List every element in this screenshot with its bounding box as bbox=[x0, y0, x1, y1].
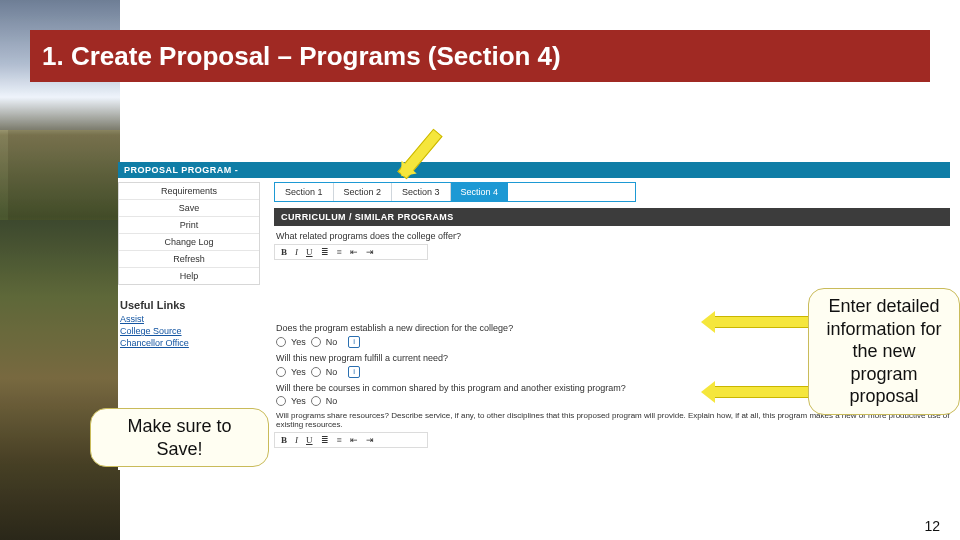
list-ordered-icon[interactable]: ≡ bbox=[337, 435, 342, 445]
section-tabs: Section 1 Section 2 Section 3 Section 4 bbox=[274, 182, 636, 202]
proposal-program-header: PROPOSAL PROGRAM - bbox=[118, 162, 950, 178]
outdent-icon[interactable]: ⇤ bbox=[350, 435, 358, 445]
list-unordered-icon[interactable]: ≣ bbox=[321, 247, 329, 257]
callout-enter-info: Enter detailed information for the new p… bbox=[808, 288, 960, 415]
underline-icon[interactable]: U bbox=[306, 435, 313, 445]
arrow-to-form-lower bbox=[714, 386, 812, 398]
sidebar-item-requirements[interactable]: Requirements bbox=[119, 183, 259, 200]
sidebar-item-print[interactable]: Print bbox=[119, 217, 259, 234]
bold-icon[interactable]: B bbox=[281, 435, 287, 445]
outdent-icon[interactable]: ⇤ bbox=[350, 247, 358, 257]
tab-section-4[interactable]: Section 4 bbox=[451, 183, 509, 201]
sidebar-item-save[interactable]: Save bbox=[119, 200, 259, 217]
italic-icon[interactable]: I bbox=[295, 435, 298, 445]
italic-icon[interactable]: I bbox=[295, 247, 298, 257]
sidebar-actions: Requirements Save Print Change Log Refre… bbox=[118, 182, 260, 285]
info-icon[interactable]: i bbox=[348, 366, 360, 378]
slide-title: 1. Create Proposal – Programs (Section 4… bbox=[42, 41, 561, 72]
underline-icon[interactable]: U bbox=[306, 247, 313, 257]
indent-icon[interactable]: ⇥ bbox=[366, 435, 374, 445]
rich-text-toolbar-1[interactable]: B I U ≣ ≡ ⇤ ⇥ bbox=[274, 244, 428, 260]
curriculum-header: CURRICULUM / SIMILAR PROGRAMS bbox=[274, 208, 950, 226]
slide-title-band: 1. Create Proposal – Programs (Section 4… bbox=[30, 30, 930, 82]
link-chancellor-office[interactable]: Chancellor Office bbox=[120, 337, 268, 349]
list-unordered-icon[interactable]: ≣ bbox=[321, 435, 329, 445]
callout-enter-text: Enter detailed information for the new p… bbox=[826, 296, 941, 406]
question-related-programs: What related programs does the college o… bbox=[276, 231, 950, 241]
bold-icon[interactable]: B bbox=[281, 247, 287, 257]
radio-direction-no[interactable] bbox=[311, 337, 321, 347]
radio-direction-yes[interactable] bbox=[276, 337, 286, 347]
radio-need-no[interactable] bbox=[311, 367, 321, 377]
sidebar-item-refresh[interactable]: Refresh bbox=[119, 251, 259, 268]
tab-section-2[interactable]: Section 2 bbox=[334, 183, 393, 201]
tab-section-1[interactable]: Section 1 bbox=[275, 183, 334, 201]
list-ordered-icon[interactable]: ≡ bbox=[337, 247, 342, 257]
radio-common-no[interactable] bbox=[311, 396, 321, 406]
radio-common-yes[interactable] bbox=[276, 396, 286, 406]
link-college-source[interactable]: College Source bbox=[120, 325, 268, 337]
indent-icon[interactable]: ⇥ bbox=[366, 247, 374, 257]
sidebar-item-change-log[interactable]: Change Log bbox=[119, 234, 259, 251]
sidebar-item-help[interactable]: Help bbox=[119, 268, 259, 284]
useful-links-header: Useful Links bbox=[120, 299, 268, 311]
info-icon[interactable]: i bbox=[348, 336, 360, 348]
rich-text-toolbar-2[interactable]: B I U ≣ ≡ ⇤ ⇥ bbox=[274, 432, 428, 448]
radio-need-yes[interactable] bbox=[276, 367, 286, 377]
callout-save: Make sure to Save! bbox=[90, 408, 269, 467]
arrow-to-form-upper bbox=[714, 316, 812, 328]
callout-save-text: Make sure to Save! bbox=[127, 416, 231, 459]
link-assist[interactable]: Assist bbox=[120, 313, 268, 325]
slide-number: 12 bbox=[924, 518, 940, 534]
